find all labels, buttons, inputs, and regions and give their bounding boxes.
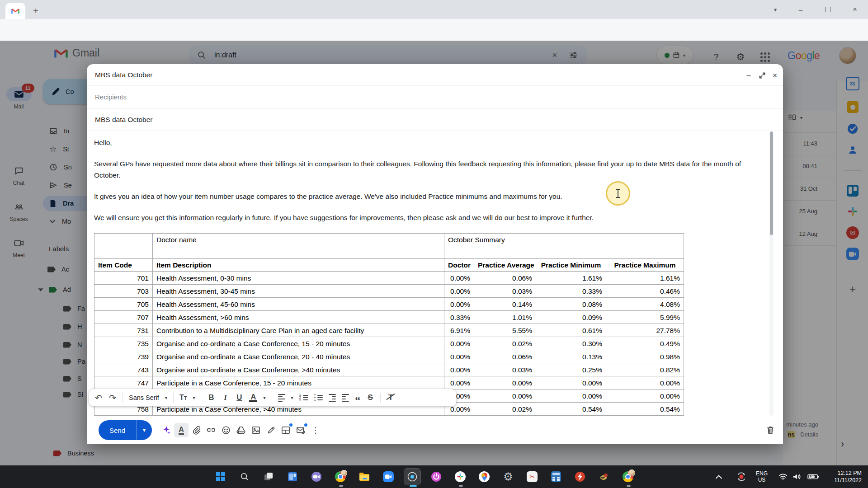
email-row-time[interactable]: 31 Oct — [800, 185, 817, 192]
gmail-search-bar[interactable]: in:draft × — [188, 45, 588, 66]
compose-popout-button[interactable] — [757, 70, 768, 81]
rail-item-spaces[interactable]: Spaces — [0, 200, 38, 222]
calculator-button[interactable] — [548, 469, 564, 485]
insert-link-button[interactable] — [204, 423, 218, 437]
collapse-panel-chevron[interactable]: › — [841, 438, 844, 450]
help-icon[interactable]: ? — [708, 49, 724, 65]
chevron-down-icon[interactable]: ▾ — [263, 395, 265, 400]
mail-addon-icon[interactable]: ✉ — [846, 226, 859, 239]
split-view-toggle[interactable]: ▾ — [788, 114, 802, 121]
bird-app-button[interactable] — [596, 469, 612, 485]
label-item-business[interactable]: Business — [53, 450, 94, 457]
window-maximize-button[interactable] — [817, 0, 838, 19]
email-row-time[interactable]: 12 Aug — [799, 230, 818, 237]
get-addons-plus-icon[interactable]: + — [846, 282, 859, 296]
bold-button[interactable]: B — [207, 393, 215, 402]
align-button[interactable] — [278, 394, 285, 402]
settings-taskbar-icon[interactable]: ⚙ — [500, 469, 516, 485]
email-row-time[interactable]: 08:41 — [802, 163, 817, 169]
subject-row[interactable]: MBS data October — [87, 108, 783, 131]
layouts-button[interactable] — [278, 423, 293, 437]
settings-gear-icon[interactable]: ⚙ — [732, 49, 749, 65]
snipping-tool-button[interactable]: ✂ — [524, 469, 540, 485]
window-close-button[interactable]: × — [844, 0, 865, 19]
sidebar-item-more[interactable]: Mo — [43, 214, 93, 229]
chevron-down-icon[interactable]: ▾ — [165, 395, 167, 400]
search-input[interactable]: in:draft — [214, 51, 236, 59]
slack-taskbar-icon[interactable] — [452, 469, 468, 485]
label-item-child[interactable]: Fa — [63, 305, 85, 312]
help-me-write-button[interactable] — [159, 423, 174, 437]
clear-search-icon[interactable]: × — [552, 51, 557, 60]
multi-send-button[interactable] — [293, 423, 308, 437]
indent-more-button[interactable] — [342, 394, 349, 402]
email-row-time[interactable]: 25 Aug — [799, 208, 818, 215]
undo-icon[interactable]: ↶ — [94, 393, 103, 403]
chrome-taskbar-icon[interactable] — [332, 469, 349, 485]
start-button[interactable] — [212, 469, 229, 485]
message-body[interactable]: Hello, Several GPs have requested more d… — [94, 131, 766, 416]
insert-drive-file-button[interactable] — [234, 423, 248, 437]
text-color-button[interactable]: A — [249, 394, 257, 402]
quote-button[interactable]: “ — [355, 398, 360, 402]
discard-draft-button[interactable] — [762, 422, 778, 438]
apps-grid-icon[interactable] — [757, 49, 773, 65]
send-button[interactable]: Send ▾ — [99, 420, 152, 440]
chevron-down-icon[interactable]: ▾ — [291, 395, 293, 400]
font-family-select[interactable]: Sans Serif — [129, 394, 159, 401]
remove-formatting-button[interactable]: T — [387, 393, 395, 402]
sidebar-item-sent[interactable]: Se — [43, 178, 93, 193]
email-meta-details[interactable]: ns · Details — [788, 431, 818, 438]
label-item[interactable]: Ac — [47, 266, 69, 273]
label-item-child[interactable]: S — [63, 375, 82, 382]
zoom-taskbar-icon[interactable] — [380, 469, 396, 485]
taskbar-clock[interactable]: 12:12 PM 11/11/2022 — [834, 465, 862, 488]
send-options-chevron[interactable]: ▾ — [137, 427, 152, 433]
signature-pen-button[interactable] — [264, 423, 278, 437]
taskbar-search[interactable] — [236, 469, 253, 485]
compose-minimize-button[interactable]: – — [743, 70, 754, 81]
chevron-down-icon[interactable]: ▾ — [193, 395, 195, 400]
label-item-child[interactable]: Sl — [63, 391, 83, 398]
calendar-addon-icon[interactable]: 31 — [846, 77, 859, 90]
rail-item-chat[interactable]: Chat — [0, 164, 38, 186]
rail-item-mail[interactable]: 11 Mail — [0, 87, 38, 110]
compose-close-button[interactable]: × — [769, 70, 780, 81]
teams-chat-button[interactable] — [308, 469, 325, 485]
tray-recording-icon[interactable] — [736, 465, 747, 488]
scrollbar-thumb[interactable] — [770, 131, 773, 235]
label-item-child[interactable]: Pa — [63, 358, 85, 365]
compose-scrollbar[interactable] — [769, 131, 774, 416]
more-options-button[interactable]: ⋮ — [308, 423, 323, 437]
task-view-button[interactable] — [260, 469, 277, 485]
battery-tray-icon[interactable] — [807, 465, 819, 488]
language-switcher[interactable]: ENGUS — [756, 465, 768, 488]
search-filter-icon[interactable] — [569, 51, 578, 60]
contacts-addon-icon[interactable] — [846, 143, 859, 157]
trello-addon-icon[interactable] — [846, 184, 859, 197]
window-minimize-button[interactable]: – — [790, 0, 811, 19]
wifi-tray-icon[interactable] — [778, 465, 788, 488]
browser-tab-gmail[interactable] — [5, 3, 25, 19]
bulleted-list-button[interactable]: ••• — [314, 394, 323, 402]
sidebar-item-starred[interactable]: ☆ St — [43, 141, 93, 157]
indent-less-button[interactable] — [329, 394, 336, 402]
sidebar-item-inbox[interactable]: In — [43, 123, 93, 139]
google-maps-button[interactable] — [476, 469, 492, 485]
insert-photo-button[interactable] — [249, 423, 263, 437]
zoom-addon-icon[interactable] — [846, 247, 859, 261]
keep-addon-icon[interactable] — [846, 100, 859, 114]
numbered-list-button[interactable]: 123 — [299, 394, 308, 402]
label-item-child[interactable]: H — [63, 323, 82, 330]
strikethrough-button[interactable]: S — [366, 393, 374, 402]
email-row-time[interactable]: 11:43 — [803, 140, 817, 147]
sidebar-item-drafts[interactable]: Dra — [43, 196, 93, 211]
insert-emoji-button[interactable] — [219, 423, 233, 437]
italic-button[interactable]: I — [221, 393, 229, 402]
attach-files-button[interactable] — [189, 423, 203, 437]
slack-addon-icon[interactable] — [846, 205, 859, 218]
volume-tray-icon[interactable] — [792, 465, 801, 488]
rail-item-meet[interactable]: Meet — [0, 236, 38, 258]
chrome-profile2-button[interactable] — [620, 469, 636, 485]
widgets-button[interactable] — [284, 469, 301, 485]
